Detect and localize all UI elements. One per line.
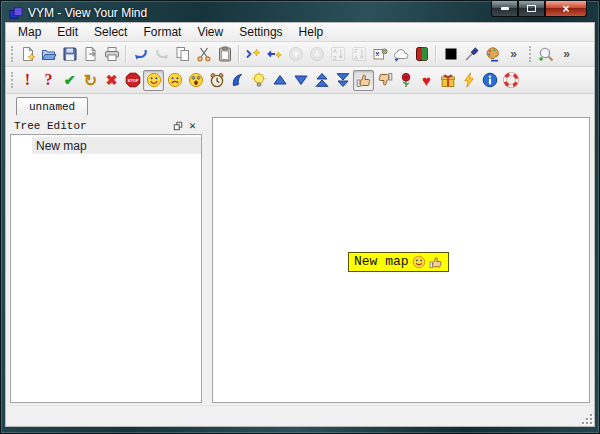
toolbar-button-sort-ascending[interactable]: AZ [327,44,348,65]
color-swatch-icon [443,46,459,62]
toolbar-button-remove-branch[interactable] [264,44,285,65]
paste-icon [217,46,233,62]
dock-close-icon: ✕ [189,119,196,132]
copy-icon [175,46,191,62]
toolbar-button-color-swatch[interactable] [440,44,461,65]
flag-rose-icon [398,72,414,88]
minimize-button[interactable] [491,1,518,17]
toolbar-button-flag-check[interactable]: ✔ [59,70,80,91]
toolbar-separator [125,45,127,63]
toolbar-button-sort-descending[interactable]: ZA [348,44,369,65]
flag-sad-icon [167,72,183,88]
flag-thumb-up-icon [356,72,372,88]
remove-branch-icon [267,46,283,62]
toolbar-button-scroll-branch[interactable] [369,44,390,65]
toolbar-button-unscroll-childs[interactable] [390,44,411,65]
toolbar-button-zoom-in[interactable] [535,44,556,65]
toolbar-button-flag-thumb-up[interactable] [353,70,374,91]
toolbar-drag-handle[interactable] [11,72,13,88]
dock-close-button[interactable]: ✕ [185,119,200,133]
dock-float-button[interactable] [170,119,185,133]
tab-label: unnamed [29,101,75,113]
toolbar-button-flag-info[interactable] [479,70,500,91]
toolbar-button-flag-lifebelt[interactable] [500,70,521,91]
svg-text:Z: Z [332,55,336,61]
toolbar-button-flag-present[interactable] [437,70,458,91]
toolbar-button-flag-question[interactable]: ? [38,70,59,91]
palette-icon [485,46,501,62]
toolbar-button-move-up[interactable] [285,44,306,65]
window-controls: × [491,1,587,17]
menu-map[interactable]: Map [10,24,49,41]
map-node[interactable]: New map [348,252,449,272]
toolbar-drag-handle[interactable] [529,46,531,62]
toolbar-button-save-map[interactable] [59,44,80,65]
maximize-button[interactable] [518,1,545,17]
map-canvas[interactable]: New map [212,117,590,403]
toolbar-button-flag-refresh[interactable]: ↻ [80,70,101,91]
tree-editor-dock: Tree Editor ✕ New map [10,117,202,403]
menu-help[interactable]: Help [291,24,332,41]
status-bar [6,405,594,426]
toolbar-button-flag-surprised[interactable] [185,70,206,91]
resize-grip[interactable] [579,411,592,424]
redo-icon [154,46,170,62]
vym-app-icon [9,6,23,20]
window-title: VYM - View Your Mind [28,6,147,20]
tree-view[interactable]: New map [10,134,202,403]
toolbar-button-flag-flash[interactable] [458,70,479,91]
toolbar-button-open-map[interactable] [38,44,59,65]
toolbar-button-flag-cross[interactable]: ✖ [101,70,122,91]
toolbar-button-paste[interactable] [214,44,235,65]
toolbar-button-palette[interactable] [482,44,503,65]
toolbar-button-flag-lamp[interactable] [248,70,269,91]
menu-select[interactable]: Select [86,24,135,41]
toolbar-button-flag-heart[interactable]: ♥ [416,70,437,91]
undo-icon [133,46,149,62]
toolbar-separator [435,45,437,63]
toolbar-button-flag-clock[interactable] [206,70,227,91]
flag-smiley-icon [146,72,162,88]
toolbar-button-flag-hook[interactable] [227,70,248,91]
toolbar-button-move-down[interactable] [306,44,327,65]
toolbar-button-flag-sad[interactable] [164,70,185,91]
toolbar-button-flag-smiley[interactable] [143,70,164,91]
toolbar-button-flag-arrow-2down[interactable] [332,70,353,91]
toolbar-button-print-map[interactable] [101,44,122,65]
menu-format[interactable]: Format [135,24,189,41]
toolbar-button-flag-stop[interactable]: STOP [122,70,143,91]
toolbar-button-copy[interactable] [172,44,193,65]
tree-item-new-map[interactable]: New map [32,137,201,154]
flag-lifebelt-icon [503,72,519,88]
toolbar-button-more[interactable]: » [503,44,524,65]
save-map-icon [62,46,78,62]
toolbar-button-flag-arrow-2up[interactable] [311,70,332,91]
menu-settings[interactable]: Settings [231,24,290,41]
flag-cross-icon: ✖ [106,72,118,88]
format-colors-icon [414,46,430,62]
toolbar-button-undo[interactable] [130,44,151,65]
map-node-label: New map [354,254,409,269]
toolbar-button-new-map[interactable] [17,44,38,65]
toolbar-button-color-picker[interactable] [461,44,482,65]
toolbar-button-format-colors[interactable] [411,44,432,65]
toolbar-button-flag-exclamation[interactable]: ! [17,70,38,91]
toolbar-button-add-branch[interactable] [243,44,264,65]
toolbar-button-flag-rose[interactable] [395,70,416,91]
toolbar-button-more[interactable]: » [556,44,577,65]
menu-view[interactable]: View [189,24,231,41]
toolbar-button-cut[interactable] [193,44,214,65]
toolbar-button-redo[interactable] [151,44,172,65]
toolbar-button-flag-thumb-down[interactable] [374,70,395,91]
tree-item-label: New map [36,139,87,153]
tree-editor-titlebar: Tree Editor ✕ [10,117,202,134]
toolbar-drag-handle[interactable] [11,46,13,62]
toolbar-button-export-map[interactable] [80,44,101,65]
toolbar-button-flag-arrow-up[interactable] [269,70,290,91]
close-button[interactable]: × [545,1,587,17]
tab-bar: unnamed [6,94,594,115]
toolbar-button-flag-arrow-down[interactable] [290,70,311,91]
menu-edit[interactable]: Edit [49,24,86,41]
tab-unnamed[interactable]: unnamed [16,97,88,115]
move-up-icon [288,46,304,62]
